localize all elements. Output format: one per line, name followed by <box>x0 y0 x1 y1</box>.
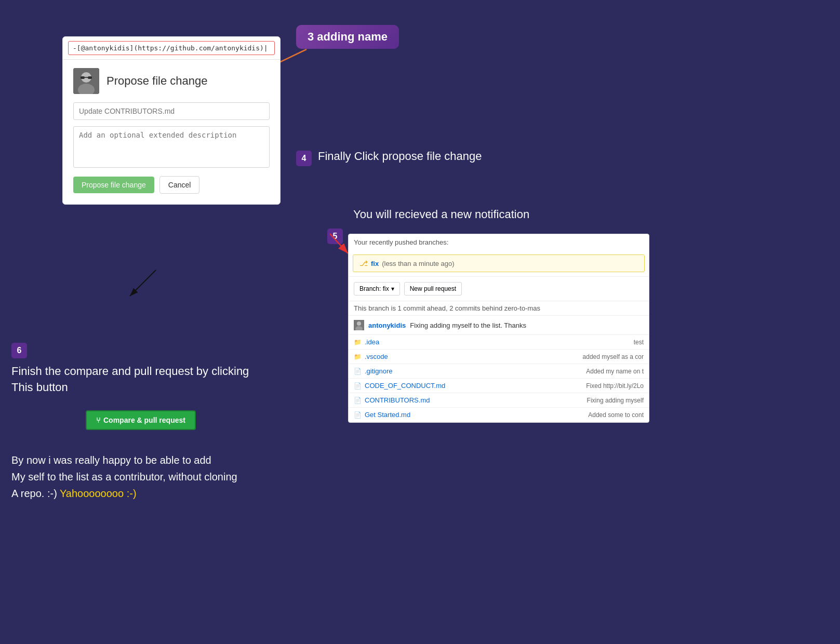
table-row: 📄 .gitignore Added my name on t <box>349 364 649 379</box>
step6-line2: This button <box>11 380 249 396</box>
file-desc: test <box>634 339 644 346</box>
table-row: 📄 CONTRIBUTORS.md Fixing adding myself <box>349 393 649 408</box>
propose-card: Propose file change Propose file change … <box>62 36 281 205</box>
file-icon: 📄 <box>354 368 362 375</box>
branch-label: Branch: fix <box>359 285 389 292</box>
commit-message-input[interactable] <box>73 102 270 120</box>
svg-point-13 <box>357 321 361 326</box>
table-row: 📄 CODE_OF_CONDUCT.md Fixed http://bit.ly… <box>349 379 649 393</box>
branch-dropdown-btn[interactable]: Branch: fix ▾ <box>354 282 400 296</box>
propose-card-body: Propose file change Propose file change … <box>63 60 280 204</box>
bottom-text: By now i was really happy to be able to … <box>11 452 237 502</box>
branch-notification: ⎇ fix (less than a minute ago) <box>353 254 645 272</box>
table-row: 📁 .vscode added myself as a cor <box>349 350 649 364</box>
branch-icon: ⎇ <box>359 259 368 267</box>
description-textarea[interactable] <box>73 126 270 168</box>
file-desc: added myself as a cor <box>583 353 644 360</box>
step6-line1: Finish the compare and pull request by c… <box>11 364 249 380</box>
commit-username: antonykidis <box>368 321 406 329</box>
github-toolbar: Branch: fix ▾ New pull request <box>349 276 649 301</box>
arrow-propose-svg <box>114 265 177 306</box>
recently-pushed-text: Your recently pushed branches: <box>349 234 649 250</box>
file-icon: 📄 <box>354 411 362 419</box>
file-icon: 📄 <box>354 382 362 390</box>
file-desc: Fixed http://bit.ly/2Lo <box>586 382 644 390</box>
github-panel: Your recently pushed branches: ⎇ fix (le… <box>348 234 649 423</box>
url-input[interactable] <box>68 41 275 55</box>
table-row: 📄 Get Started.md Added some to cont <box>349 408 649 422</box>
yellow-text: Yahoooooooo :-) <box>60 488 137 499</box>
propose-card-header: Propose file change <box>73 68 270 94</box>
table-row: 📁 .idea test <box>349 335 649 350</box>
step4-text: Finally Click propose file change <box>318 150 482 163</box>
bottom-line3: A repo. :-) Yahoooooooo :-) <box>11 485 237 502</box>
propose-buttons: Propose file change Cancel <box>73 176 270 194</box>
svg-line-9 <box>130 270 156 296</box>
branch-link[interactable]: fix <box>371 260 379 267</box>
file-desc: Fixing adding myself <box>587 397 644 404</box>
file-desc: Added my name on t <box>586 368 644 375</box>
step6-text: Finish the compare and pull request by c… <box>11 364 249 396</box>
chevron-down-icon: ▾ <box>391 285 394 292</box>
notification-text: You will recieved a new notification <box>353 208 529 221</box>
commit-ahead-text: This branch is 1 commit ahead, 2 commits… <box>349 301 649 315</box>
propose-title: Propose file change <box>106 74 207 88</box>
commit-avatar <box>354 320 364 330</box>
folder-icon: 📁 <box>354 353 362 360</box>
url-input-area <box>63 37 280 60</box>
file-list: 📁 .idea test 📁 .vscode added myself as a… <box>349 334 649 422</box>
commit-user-row: antonykidis Fixing adding myself to the … <box>349 315 649 334</box>
file-name[interactable]: 📄 CONTRIBUTORS.md <box>354 396 430 404</box>
svg-rect-6 <box>88 76 92 79</box>
new-pull-request-btn[interactable]: New pull request <box>404 282 462 296</box>
compare-pull-request-button[interactable]: ⑂ Compare & pull request <box>86 410 196 430</box>
step3-tooltip: 3 adding name <box>296 25 399 49</box>
file-name[interactable]: 📄 CODE_OF_CONDUCT.md <box>354 382 445 390</box>
step4-badge: 4 <box>296 151 312 166</box>
commit-message-text: Fixing adding myself to the list. Thanks <box>410 321 526 329</box>
file-icon: 📄 <box>354 397 362 404</box>
step6-badge: 6 <box>11 343 27 358</box>
svg-rect-5 <box>81 76 85 79</box>
branch-time: (less than a minute ago) <box>382 260 454 267</box>
git-merge-icon: ⑂ <box>96 416 100 424</box>
propose-file-change-button[interactable]: Propose file change <box>73 177 154 193</box>
folder-icon: 📁 <box>354 339 362 346</box>
file-name[interactable]: 📄 Get Started.md <box>354 411 410 419</box>
file-name[interactable]: 📁 .idea <box>354 338 379 346</box>
avatar <box>73 68 99 94</box>
cancel-button[interactable]: Cancel <box>159 176 200 194</box>
file-desc: Added some to cont <box>588 411 644 419</box>
file-name[interactable]: 📁 .vscode <box>354 353 388 360</box>
compare-btn-label: Compare & pull request <box>103 416 185 424</box>
compare-btn-container: ⑂ Compare & pull request <box>86 410 196 430</box>
file-name[interactable]: 📄 .gitignore <box>354 367 392 375</box>
bottom-line2: My self to the list as a contributor, wi… <box>11 468 237 485</box>
step5-badge: 5 <box>327 229 343 244</box>
bottom-line1: By now i was really happy to be able to … <box>11 452 237 468</box>
